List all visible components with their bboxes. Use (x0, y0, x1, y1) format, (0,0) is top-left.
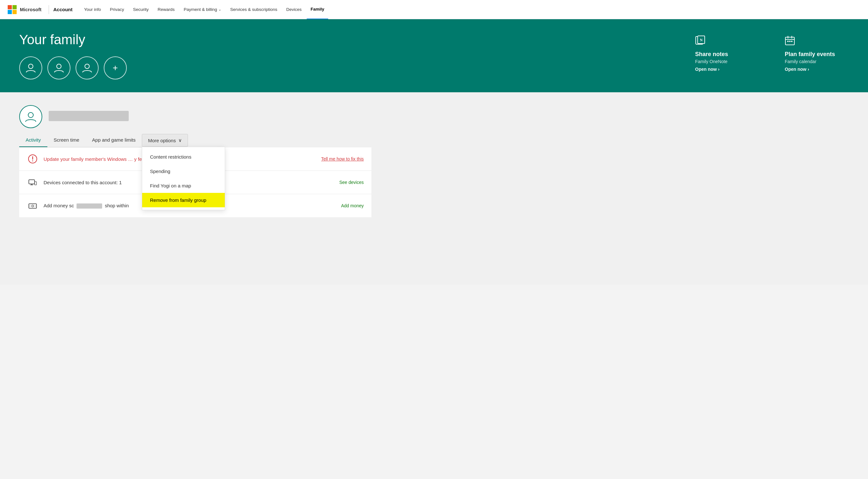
onenote-icon: N (695, 35, 759, 48)
see-devices-link[interactable]: See devices (339, 180, 364, 185)
svg-rect-16 (791, 41, 793, 42)
more-options-chevron-icon: ∨ (178, 138, 182, 143)
member-header (19, 105, 371, 128)
member-section: Activity Screen time App and game limits… (19, 105, 371, 217)
tab-activity[interactable]: Activity (19, 133, 48, 147)
share-notes-title: Share notes (695, 51, 759, 58)
dropdown-remove-from-group[interactable]: Remove from family group (142, 193, 225, 207)
family-member-avatar-2[interactable] (48, 56, 70, 80)
member-tabs-bar: Activity Screen time App and game limits… (19, 133, 371, 147)
fix-warning-link[interactable]: Tell me how to fix this (321, 156, 364, 161)
dropdown-find-on-map[interactable]: Find Yogi on a map (142, 178, 225, 193)
brand-name: Microsoft (20, 7, 42, 12)
svg-rect-2 (8, 10, 12, 14)
nav-link-rewards[interactable]: Rewards (154, 0, 178, 19)
member-tabs: Activity Screen time App and game limits (19, 133, 142, 147)
nav-link-payment-billing[interactable]: Payment & billing ⌄ (180, 0, 225, 19)
payment-chevron-icon: ⌄ (218, 7, 221, 11)
svg-rect-15 (789, 41, 790, 42)
nav-divider (49, 5, 49, 14)
svg-point-26 (32, 205, 34, 207)
dropdown-content-restrictions[interactable]: Content restrictions (142, 150, 225, 164)
nav-link-family[interactable]: Family (307, 0, 328, 19)
svg-rect-21 (29, 180, 35, 184)
dropdown-spending[interactable]: Spending (142, 164, 225, 178)
member-avatar (19, 105, 42, 128)
redacted-text (76, 204, 102, 209)
tab-app-game-limits[interactable]: App and game limits (86, 133, 142, 147)
more-options-label: More options (148, 138, 176, 143)
svg-rect-0 (8, 5, 12, 9)
svg-point-20 (32, 160, 33, 161)
nav-link-security[interactable]: Security (129, 0, 153, 19)
account-label: Account (54, 7, 73, 12)
content-area: Activity Screen time App and game limits… (0, 92, 868, 285)
svg-rect-3 (12, 10, 17, 14)
device-icon (27, 177, 38, 188)
svg-text:N: N (700, 38, 703, 42)
family-member-avatar-3[interactable] (75, 56, 99, 80)
plan-events-link[interactable]: Open now › (785, 67, 849, 72)
hero-title: Your family (19, 32, 695, 48)
more-options-button[interactable]: More options ∨ (142, 134, 188, 147)
svg-point-5 (57, 64, 61, 68)
nav-link-privacy[interactable]: Privacy (106, 0, 128, 19)
nav-link-your-info[interactable]: Your info (81, 0, 105, 19)
share-notes-link[interactable]: Open now › (695, 67, 759, 72)
more-options-dropdown: Content restrictions Spending Find Yogi … (142, 147, 225, 210)
add-money-link[interactable]: Add money (341, 203, 364, 208)
calendar-icon (785, 35, 849, 48)
plan-events-feature: Plan family events Family calendar Open … (785, 35, 849, 72)
svg-point-6 (85, 64, 89, 68)
nav-links: Your info Privacy Security Rewards Payme… (81, 0, 861, 19)
hero-left: Your family + (19, 32, 695, 80)
microsoft-logo[interactable]: Microsoft (8, 5, 42, 14)
more-options-wrapper: More options ∨ Content restrictions Spen… (142, 134, 188, 147)
family-avatars: + (19, 56, 695, 80)
tab-screen-time[interactable]: Screen time (48, 133, 86, 147)
add-family-member-button[interactable]: + (104, 56, 127, 80)
navigation-bar: Microsoft Account Your info Privacy Secu… (0, 0, 868, 19)
warning-icon (27, 153, 38, 165)
plan-events-subtitle: Family calendar (785, 59, 849, 64)
member-name-redacted (49, 111, 129, 121)
share-notes-subtitle: Family OneNote (695, 59, 759, 64)
nav-link-services[interactable]: Services & subscriptions (226, 0, 281, 19)
plan-events-title: Plan family events (785, 51, 849, 58)
hero-features: N Share notes Family OneNote Open now › (695, 32, 849, 72)
member-name-block (49, 111, 129, 122)
family-member-avatar-1[interactable] (19, 56, 42, 80)
money-icon (27, 200, 38, 211)
hero-banner: Your family + (0, 19, 868, 92)
nav-link-devices[interactable]: Devices (282, 0, 305, 19)
svg-rect-1 (12, 5, 17, 9)
share-notes-feature: N Share notes Family OneNote Open now › (695, 35, 759, 72)
svg-point-17 (28, 113, 33, 118)
svg-point-4 (29, 64, 33, 68)
svg-rect-14 (787, 41, 788, 42)
